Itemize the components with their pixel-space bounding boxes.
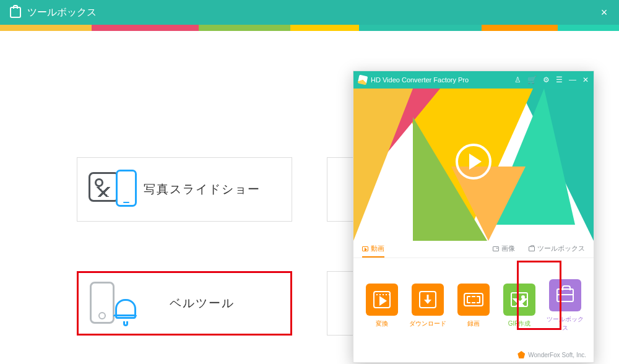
bell-tool-icon [90,282,138,325]
product-footer: WonderFox Soft, Inc. [517,351,586,358]
toolbox-icon [10,7,21,18]
product-tabs: 動画 画像 ツールボックス [353,241,594,258]
toolbox-tile-icon [556,288,574,302]
bell-tool-card[interactable]: ベルツール [77,271,292,336]
product-window: HD Video Converter Factory Pro ♙ 🛒 ⚙ ☰ —… [353,71,594,363]
convert-icon [373,291,391,308]
tab-video[interactable]: 動画 [362,244,384,258]
product-title: HD Video Converter Factory Pro [371,76,469,84]
tile-toolbox[interactable]: ツールボックス [545,279,585,332]
record-icon [464,293,483,306]
tile-gif[interactable]: GIF作成 [500,284,539,328]
color-stripe [0,25,619,31]
photo-slideshow-label: 写真スライドショー [137,181,292,197]
download-icon [419,291,436,308]
cart-icon[interactable]: 🛒 [527,76,537,84]
gif-icon [511,292,528,307]
product-logo-icon [358,75,368,85]
bell-tool-label: ベルツール [138,295,290,311]
tile-record[interactable]: 録画 [454,284,493,328]
settings-icon[interactable]: ⚙ [543,76,550,84]
product-titlebar[interactable]: HD Video Converter Factory Pro ♙ 🛒 ⚙ ☰ —… [353,71,594,89]
tab-toolbox[interactable]: ツールボックス [529,244,585,258]
tile-download[interactable]: ダウンロード [408,284,448,328]
play-logo-icon [456,144,491,180]
product-tiles: 変換 ダウンロード 録画 GIF作成 ツールボックス [353,258,594,345]
list-icon[interactable]: ☰ [556,76,563,84]
tab-image[interactable]: 画像 [493,244,515,258]
close-button[interactable]: × [598,6,610,19]
close-button[interactable]: ✕ [582,76,589,84]
tile-convert[interactable]: 変換 [362,284,402,328]
company-logo-icon [517,351,525,358]
user-icon[interactable]: ♙ [514,76,521,84]
toolbox-titlebar: ツールボックス × [0,0,619,25]
photo-slideshow-icon [89,170,137,209]
product-hero [353,89,594,241]
toolbox-title: ツールボックス [27,6,97,19]
minimize-button[interactable]: — [569,76,576,84]
photo-slideshow-card[interactable]: 写真スライドショー [77,157,292,222]
